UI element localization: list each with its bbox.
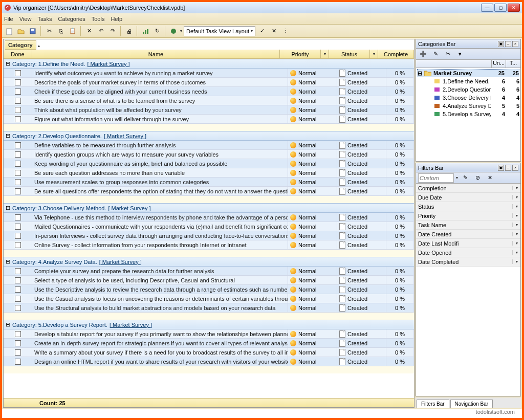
delete-icon[interactable]: ✕ (84, 26, 94, 36)
minimize-button[interactable]: — (481, 4, 493, 12)
filter-row[interactable]: Date Opened▾ (416, 248, 520, 257)
col-status-dd[interactable]: ▾ (370, 50, 378, 58)
save-icon[interactable] (28, 26, 38, 36)
filter-dd-icon[interactable]: ▾ (512, 213, 520, 218)
refresh-icon[interactable]: ↻ (152, 26, 162, 36)
task-row[interactable]: Select a type of analysis to be used, in… (4, 276, 414, 285)
done-checkbox[interactable] (15, 79, 21, 85)
task-row[interactable]: Identify question groups which are ways … (4, 150, 414, 159)
maximize-button[interactable]: ◻ (494, 4, 507, 12)
done-checkbox[interactable] (15, 170, 21, 176)
filter-row[interactable]: Date Created▾ (416, 230, 520, 239)
fpanel-min-icon[interactable]: – (505, 165, 511, 171)
task-row[interactable]: Create an in-depth survey report for str… (4, 339, 414, 348)
cat-del-icon[interactable]: ✂ (443, 49, 453, 59)
task-row[interactable]: Design an online HTML report if you want… (4, 357, 414, 366)
open-icon[interactable] (16, 26, 26, 36)
done-checkbox[interactable] (15, 224, 21, 230)
category-tree-item[interactable]: 5.Develop a Survey Repo44 (417, 110, 519, 118)
col-done[interactable]: Done (4, 50, 32, 58)
done-checkbox[interactable] (15, 107, 21, 113)
filter-dd-icon[interactable]: ▾ (512, 204, 520, 209)
cat-new-icon[interactable]: ➕ (418, 49, 428, 59)
cat-col-total[interactable]: T... (506, 60, 520, 68)
col-priority[interactable]: Priority (280, 50, 321, 58)
col-name[interactable]: Name (32, 50, 280, 58)
task-row[interactable]: In-person Interviews - collect survey da… (4, 231, 414, 240)
task-row[interactable]: Via Telephone - use this method to inter… (4, 213, 414, 222)
filter-custom-input[interactable] (418, 173, 454, 183)
menu-categories[interactable]: Categories (58, 16, 85, 22)
task-row[interactable]: Mailed Questionnaires - communicate with… (4, 222, 414, 231)
task-row[interactable]: Use the Descriptive analysis to review t… (4, 285, 414, 294)
filter-dd-icon[interactable]: ▾ (512, 250, 520, 255)
group-header[interactable]: ⊟Category: 2.Develop Questionnaire. [ Ma… (4, 131, 414, 141)
group-header[interactable]: ⊟Category: 1.Define the Need. [ Market S… (4, 59, 414, 69)
task-row[interactable]: Describe the goals of your market survey… (4, 78, 414, 87)
fpanel-pin-icon[interactable]: ▣ (498, 165, 504, 171)
filter-row[interactable]: Task Name▾ (416, 220, 520, 230)
menu-help[interactable]: Help (111, 16, 122, 22)
filter-dd-icon[interactable]: ▾ (512, 223, 520, 227)
filter-row[interactable]: Due Date▾ (416, 193, 520, 202)
cut-icon[interactable]: ✂ (44, 26, 54, 36)
filter-row[interactable]: Priority▾ (416, 211, 520, 220)
task-row[interactable]: Develop a tabular report for your survey… (4, 329, 414, 339)
done-checkbox[interactable] (15, 70, 21, 76)
filter-row[interactable]: Date Completed▾ (416, 257, 520, 267)
task-row[interactable]: Keep wording of your questionnaire as si… (4, 159, 414, 168)
done-checkbox[interactable] (15, 340, 21, 346)
col-complete[interactable]: Complete (378, 50, 414, 58)
redo-icon[interactable]: ↷ (107, 26, 118, 36)
category-tree-item[interactable]: 4.Analyze Survey Data.55 (417, 102, 519, 110)
new-icon[interactable] (4, 26, 14, 36)
category-tab[interactable]: Category (5, 40, 36, 50)
filter-dd-icon[interactable]: ▾ (512, 232, 520, 236)
filter-dd-icon[interactable]: ▾ (512, 195, 520, 200)
menu-tools[interactable]: Tools (92, 16, 105, 22)
done-checkbox[interactable] (15, 286, 21, 293)
group-header[interactable]: ⊟Category: 3.Choose Delivery Method. [ M… (4, 203, 414, 213)
col-status[interactable]: Status (329, 50, 370, 58)
filter-dd-icon[interactable]: ▾ (512, 241, 520, 246)
category-tree-item[interactable]: ⊟Market Survey2525 (417, 69, 519, 77)
filter-del-icon[interactable]: ✕ (485, 173, 495, 183)
task-row[interactable]: Use the Casual analysis to focus on unco… (4, 294, 414, 303)
panel-pin-icon[interactable]: ▣ (498, 41, 504, 47)
done-checkbox[interactable] (15, 233, 21, 239)
menu-view[interactable]: View (19, 16, 32, 22)
filter-clear-icon[interactable]: ⊘ (472, 173, 483, 183)
undo-icon[interactable]: ↶ (96, 26, 106, 36)
done-checkbox[interactable] (15, 89, 21, 95)
done-checkbox[interactable] (15, 179, 21, 185)
filter-row[interactable]: Completion▾ (416, 184, 520, 193)
fpanel-close-icon[interactable]: × (512, 165, 518, 171)
done-checkbox[interactable] (15, 331, 21, 337)
done-checkbox[interactable] (15, 116, 21, 122)
done-checkbox[interactable] (15, 268, 21, 274)
cat-edit-icon[interactable]: ✎ (430, 49, 441, 59)
task-row[interactable]: Be sure there is a sense of what is to b… (4, 96, 414, 105)
done-checkbox[interactable] (15, 151, 21, 158)
category-tree-item[interactable]: 2.Develop Questionnaire66 (417, 85, 519, 94)
done-checkbox[interactable] (15, 142, 21, 148)
task-row[interactable]: Use the Structural analysis to build mar… (4, 303, 414, 313)
task-row[interactable]: Identify what outcomes you want to achie… (4, 69, 414, 78)
category-tree-item[interactable]: 3.Choose Delivery Metho44 (417, 94, 519, 102)
copy-icon[interactable]: ⎘ (56, 26, 66, 36)
task-row[interactable]: Be sure each question addresses no more … (4, 168, 414, 178)
close-button[interactable]: ✕ (508, 4, 520, 12)
category-tree-item[interactable]: 1.Define the Need.66 (417, 77, 519, 85)
done-checkbox[interactable] (15, 296, 21, 302)
tool-icon-2[interactable]: ✕ (269, 26, 279, 36)
done-checkbox[interactable] (15, 277, 21, 283)
tab-filters[interactable]: Filters Bar (417, 400, 449, 408)
filter-row[interactable]: Status▾ (416, 202, 520, 211)
panel-close-icon[interactable]: × (512, 41, 518, 47)
task-row[interactable]: Check if these goals can be aligned with… (4, 87, 414, 96)
tree-icon[interactable] (168, 26, 179, 36)
task-row[interactable]: Online Survey - collect information from… (4, 240, 414, 250)
done-checkbox[interactable] (15, 242, 21, 248)
cat-more-icon[interactable]: ▾ (455, 49, 465, 59)
task-row[interactable]: Use measurement scales to group response… (4, 178, 414, 187)
